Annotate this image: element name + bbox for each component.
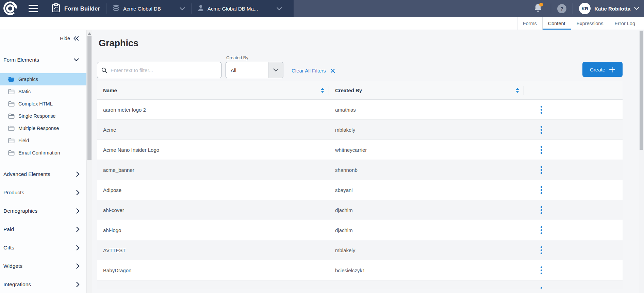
cell-created-by: shannonb <box>329 167 524 173</box>
sidebar-section-products[interactable]: Products <box>0 183 86 202</box>
database-selector-value: Acme Global DB <box>123 6 161 12</box>
scroll-up-arrow-icon[interactable] <box>88 32 91 35</box>
sidebar-item-multiple-response[interactable]: Multiple Response <box>0 122 86 134</box>
sidebar-item-static[interactable]: Static <box>0 85 86 98</box>
sort-icon[interactable] <box>516 88 519 93</box>
cell-actions <box>524 164 623 176</box>
create-button[interactable]: Create <box>582 62 623 77</box>
sidebar-section-advanced-elements[interactable]: Advanced Elements <box>0 165 86 183</box>
sidebar-section-demographics[interactable]: Demographics <box>0 202 86 220</box>
table-row-partial <box>97 280 623 289</box>
omeda-logo-icon[interactable] <box>2 0 18 17</box>
folder-icon <box>8 138 15 143</box>
clear-all-filters-link[interactable]: Clear All Filters <box>292 68 335 74</box>
tab-forms[interactable]: Forms <box>517 17 542 30</box>
menu-icon[interactable] <box>29 5 38 12</box>
table-row: Adipose sbayani <box>97 180 623 200</box>
row-actions-kebab-icon[interactable] <box>539 144 544 156</box>
topbar-left-section: Form Builder Acme Global DB <box>0 0 294 17</box>
column-header-name[interactable]: Name <box>97 81 329 99</box>
sidebar-item-email-confirmation[interactable]: Email Confirmation <box>0 147 86 159</box>
row-actions-kebab-icon[interactable] <box>539 184 544 196</box>
cell-actions <box>524 244 623 256</box>
sort-icon[interactable] <box>321 88 324 93</box>
cell-actions <box>524 144 623 156</box>
chevron-down-icon <box>634 7 639 10</box>
question-mark-icon: ? <box>560 6 563 12</box>
chevron-right-icon <box>76 245 80 250</box>
sidebar-section-gifts[interactable]: Gifts <box>0 239 86 257</box>
sidebar-section-paid[interactable]: Paid <box>0 220 86 239</box>
tab-error-log[interactable]: Error Log <box>609 17 641 30</box>
column-header-created-by[interactable]: Created By <box>329 81 524 99</box>
row-actions-kebab-icon[interactable] <box>539 204 544 216</box>
sidebar-section-integrations[interactable]: Integrations <box>0 275 86 293</box>
row-actions-kebab-icon[interactable] <box>539 285 544 289</box>
search-icon <box>101 67 107 73</box>
behavior-selector-value: Acme Global DB Ma... <box>208 6 258 12</box>
scrollbar-thumb[interactable] <box>87 36 92 160</box>
cell-name: BabyDragon <box>97 267 329 273</box>
row-actions-kebab-icon[interactable] <box>539 264 544 276</box>
app-title: Form Builder <box>64 5 100 12</box>
row-actions-kebab-icon[interactable] <box>539 164 544 176</box>
form-builder-clipboard-icon <box>52 3 60 14</box>
row-actions-kebab-icon[interactable] <box>539 224 544 236</box>
topbar-right-section: ? KR Katie Robilotta <box>534 0 644 17</box>
scrollbar-thumb[interactable] <box>640 31 643 150</box>
table-row: aaron meter logo 2 amathias <box>97 100 623 120</box>
folder-icon <box>8 101 15 107</box>
database-icon <box>113 4 119 13</box>
created-by-select[interactable]: All <box>226 62 283 78</box>
help-button[interactable]: ? <box>557 4 566 13</box>
cell-name: aaron meter logo 2 <box>97 107 329 113</box>
sidebar-item-complex-html[interactable]: Complex HTML <box>0 98 86 110</box>
sidebar-item-field[interactable]: Field <box>0 134 86 147</box>
table-row: Acme mblakely <box>97 120 623 140</box>
cell-name: Acme <box>97 127 329 133</box>
table-row: ahl-cover djachim <box>97 200 623 220</box>
main-scrollbar[interactable] <box>639 30 644 293</box>
folder-icon <box>8 150 15 156</box>
table-row: AVTTEST mblakely <box>97 240 623 260</box>
table-row: ahl-logo djachim <box>97 220 623 240</box>
user-menu[interactable]: KR Katie Robilotta <box>577 3 639 14</box>
row-actions-kebab-icon[interactable] <box>539 104 544 116</box>
app-title-group: Form Builder <box>52 3 100 14</box>
cell-actions <box>524 104 623 116</box>
filter-bar: Created By All Clear All Filters Create <box>97 55 623 78</box>
created-by-value: All <box>226 67 236 73</box>
cell-actions <box>524 204 623 216</box>
sidebar-scrollbar[interactable] <box>86 30 92 293</box>
cell-created-by: mblakely <box>329 127 524 133</box>
created-by-label: Created By <box>226 55 283 60</box>
notifications-button[interactable] <box>534 3 542 14</box>
collapse-double-chevron-icon <box>73 36 79 41</box>
cell-created-by: bciesielczyk1 <box>329 267 524 273</box>
filter-search-input[interactable] <box>111 67 217 73</box>
select-chevron-box[interactable] <box>268 62 283 78</box>
database-selector[interactable]: Acme Global DB <box>108 0 190 17</box>
topbar-divider <box>106 3 106 14</box>
chevron-right-icon <box>76 227 80 232</box>
sidebar-section-form-elements[interactable]: Form Elements <box>0 57 86 63</box>
sidebar-hide-button[interactable]: Hide <box>0 30 86 41</box>
cell-actions <box>524 184 623 196</box>
chevron-down-icon <box>180 6 185 12</box>
tab-content[interactable]: Content <box>542 17 571 30</box>
sidebar-item-graphics[interactable]: Graphics <box>0 73 86 85</box>
chevron-right-icon <box>76 190 80 195</box>
sidebar-section-widgets[interactable]: Widgets <box>0 257 86 275</box>
cell-name: ahl-cover <box>97 207 329 213</box>
cell-created-by: djachim <box>329 227 524 233</box>
row-actions-kebab-icon[interactable] <box>539 124 544 136</box>
sidebar-item-single-response[interactable]: Single Response <box>0 110 86 122</box>
tab-expressions[interactable]: Expressions <box>571 17 609 30</box>
plus-icon <box>609 67 615 72</box>
row-actions-kebab-icon[interactable] <box>539 244 544 256</box>
topbar-divider <box>573 3 573 14</box>
cell-actions <box>524 224 623 236</box>
chevron-right-icon <box>76 172 80 177</box>
cell-name: acme_banner <box>97 167 329 173</box>
behavior-selector[interactable]: Acme Global DB Ma... <box>193 0 287 17</box>
